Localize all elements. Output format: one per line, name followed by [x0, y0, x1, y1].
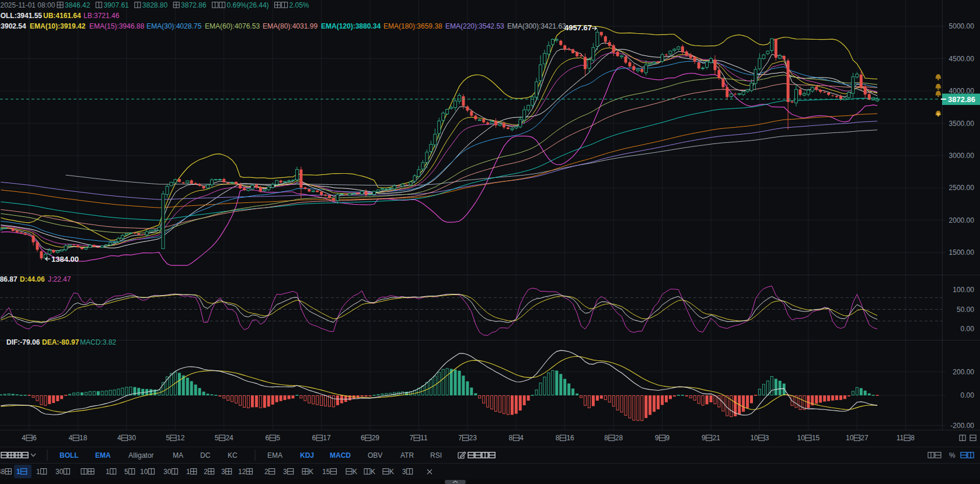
- svg-text:5: 5: [166, 434, 170, 442]
- svg-text:12: 12: [177, 434, 185, 442]
- svg-text:LB:3721.46: LB:3721.46: [83, 12, 120, 20]
- svg-text:100.00: 100.00: [953, 286, 974, 294]
- svg-text:6: 6: [312, 434, 316, 442]
- svg-text:BOLL: BOLL: [60, 451, 79, 460]
- svg-text:7: 7: [409, 434, 413, 442]
- svg-text:0.00: 0.00: [961, 391, 975, 399]
- svg-text:6: 6: [266, 434, 270, 442]
- svg-text:15: 15: [812, 434, 820, 442]
- svg-text:2500.00: 2500.00: [949, 184, 975, 192]
- svg-text:1: 1: [16, 468, 20, 476]
- svg-text:EMA(5):3902.54: EMA(5):3902.54: [0, 22, 26, 30]
- svg-text:EMA(15):3946.88: EMA(15):3946.88: [89, 22, 144, 30]
- svg-text:Alligator: Alligator: [128, 451, 154, 460]
- svg-text:BOLL:3941.55: BOLL:3941.55: [0, 12, 42, 20]
- svg-text:8: 8: [604, 434, 608, 442]
- svg-text:2: 2: [204, 468, 208, 476]
- svg-text:4: 4: [22, 434, 26, 442]
- svg-text:KC: KC: [228, 451, 238, 460]
- svg-text:16: 16: [566, 434, 574, 442]
- svg-text:K:86.87: K:86.87: [0, 275, 18, 283]
- svg-text:10: 10: [750, 434, 758, 442]
- svg-text:3: 3: [283, 468, 287, 476]
- svg-text:1500.00: 1500.00: [949, 248, 975, 257]
- svg-text:-200.00: -200.00: [950, 422, 974, 430]
- svg-text:EMA: EMA: [267, 451, 283, 460]
- svg-text:4: 4: [68, 434, 72, 442]
- svg-text:1: 1: [106, 468, 110, 476]
- svg-text:11: 11: [420, 434, 428, 442]
- svg-text:21: 21: [713, 434, 721, 442]
- svg-text:8: 8: [556, 434, 560, 442]
- svg-text:10: 10: [140, 468, 148, 476]
- svg-text:30: 30: [55, 468, 64, 476]
- svg-text:4500.00: 4500.00: [949, 55, 975, 63]
- svg-text:1: 1: [186, 468, 190, 476]
- svg-text:10: 10: [846, 434, 854, 442]
- svg-text:3: 3: [402, 468, 406, 476]
- svg-text:EMA(80):4031.99: EMA(80):4031.99: [263, 22, 318, 30]
- svg-text:2: 2: [264, 468, 268, 476]
- svg-text:3872.86: 3872.86: [948, 95, 975, 104]
- svg-text:4957.67: 4957.67: [564, 23, 592, 32]
- svg-text:KDJ: KDJ: [300, 451, 314, 460]
- svg-text:11: 11: [897, 434, 904, 442]
- svg-text:EMA(220):3542.53: EMA(220):3542.53: [445, 22, 504, 30]
- svg-text:EMA(30):4028.75: EMA(30):4028.75: [147, 22, 201, 30]
- svg-text:3828.80: 3828.80: [142, 1, 168, 9]
- svg-text:27: 27: [860, 434, 869, 442]
- svg-text:2025-11-01 08:00: 2025-11-01 08:00: [1, 1, 55, 9]
- svg-text:DEA:-80.97: DEA:-80.97: [42, 338, 79, 346]
- svg-text:3872.86: 3872.86: [181, 1, 207, 9]
- svg-text:0.00: 0.00: [961, 325, 975, 333]
- svg-text:EMA(120):3880.34: EMA(120):3880.34: [321, 22, 381, 30]
- svg-text:4000.00: 4000.00: [949, 87, 975, 95]
- svg-text:UB:4161.64: UB:4161.64: [43, 12, 81, 20]
- svg-text:OBV: OBV: [368, 451, 382, 460]
- svg-text:50.00: 50.00: [957, 306, 974, 314]
- svg-text:0.69%(26.44): 0.69%(26.44): [227, 1, 269, 9]
- svg-text:1384.00: 1384.00: [51, 255, 79, 264]
- svg-text:200.00: 200.00: [953, 368, 974, 376]
- svg-text:2.05%: 2.05%: [290, 1, 309, 9]
- svg-text:3000.00: 3000.00: [949, 152, 975, 160]
- svg-text:ATR: ATR: [400, 451, 414, 460]
- svg-text:30: 30: [163, 468, 172, 476]
- svg-text:29: 29: [372, 434, 380, 442]
- svg-text:K: K: [309, 468, 313, 476]
- svg-text:EMA(300):3421.63: EMA(300):3421.63: [507, 22, 566, 30]
- svg-text:3846.42: 3846.42: [65, 1, 90, 9]
- svg-text:9: 9: [702, 434, 706, 442]
- svg-text:3907.61: 3907.61: [103, 1, 129, 9]
- svg-text:D:44.06: D:44.06: [20, 275, 45, 283]
- svg-text:K: K: [389, 468, 394, 476]
- svg-text:K: K: [353, 468, 357, 476]
- svg-text:RSI: RSI: [430, 451, 442, 460]
- svg-text:2000.00: 2000.00: [949, 216, 975, 225]
- svg-text:28: 28: [615, 434, 623, 442]
- svg-text:MACD:3.82: MACD:3.82: [80, 338, 116, 346]
- svg-text:K: K: [371, 468, 375, 476]
- svg-text:EMA(60):4076.53: EMA(60):4076.53: [205, 22, 260, 30]
- svg-text:12: 12: [238, 468, 246, 476]
- svg-text:5: 5: [276, 434, 280, 442]
- svg-text:EMA: EMA: [95, 451, 111, 460]
- svg-text:DC: DC: [200, 451, 211, 460]
- svg-text:4: 4: [519, 434, 524, 442]
- svg-text:15: 15: [322, 468, 330, 476]
- svg-text:5: 5: [215, 434, 219, 442]
- svg-text:1: 1: [36, 468, 40, 476]
- svg-text:%: %: [949, 451, 955, 460]
- svg-text:DIF:-79.06: DIF:-79.06: [6, 338, 40, 346]
- svg-text:MA: MA: [173, 451, 183, 460]
- svg-text:48: 48: [0, 468, 5, 476]
- svg-text:9: 9: [666, 434, 670, 442]
- svg-text:5: 5: [124, 468, 128, 476]
- svg-text:4: 4: [117, 434, 121, 442]
- svg-text:8: 8: [509, 434, 513, 442]
- svg-text:7: 7: [458, 434, 462, 442]
- svg-text:MACD: MACD: [330, 451, 351, 460]
- svg-text:23: 23: [469, 434, 477, 442]
- svg-text:24: 24: [225, 434, 233, 442]
- svg-text:5000.00: 5000.00: [949, 22, 975, 30]
